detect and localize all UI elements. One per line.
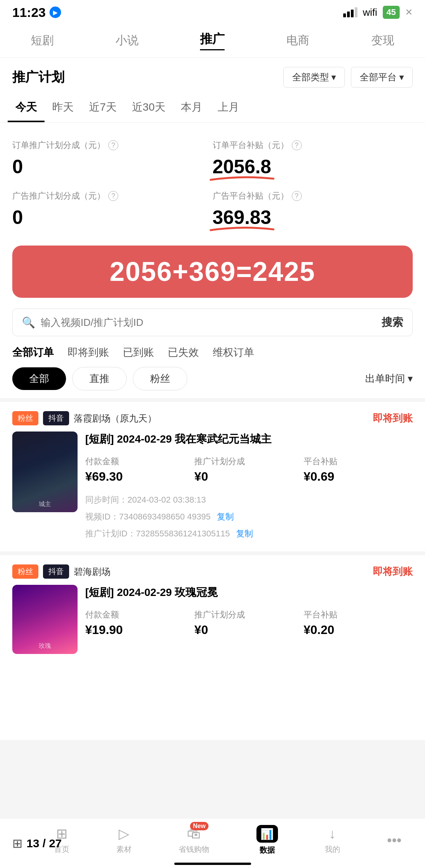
order-tab-expired[interactable]: 已失效 [168,345,199,359]
data-label: 数据 [260,845,275,855]
time-tabs-row: 今天 昨天 近7天 近30天 本月 上月 [0,94,425,123]
close-btn[interactable]: ✕ [405,7,413,18]
order-tab-incoming[interactable]: 即将到账 [68,345,109,359]
stat-order-commission: 订单推广计划分成（元） ? 0 [12,133,213,184]
shopping-label: 省钱购物 [179,844,209,855]
status-time: 11:23 [12,5,46,20]
filter-platform-btn[interactable]: 全部平台 ▾ [351,67,413,88]
calculation-banner: 2056+369=2425 [12,246,413,298]
stat-ad-subsidy: 广告平台补贴（元） ? 369.83 [213,184,413,235]
copy-video-id-1[interactable]: 复制 [217,508,234,525]
nav-item-duanju[interactable]: 短剧 [31,33,54,48]
channel-name-1: 落霞剧场（原九天） [74,412,157,425]
pay-value-2: ¥19.90 [85,623,194,637]
order-tab-received[interactable]: 已到账 [123,345,154,359]
tag-platform-2: 抖音 [43,564,69,579]
tag-platform-1: 抖音 [43,411,69,425]
ad-commission-value: 0 [12,207,23,228]
nav-btn-mine[interactable]: ↓ 我的 [325,826,340,855]
nav-btn-shopping[interactable]: 🛍 New 省钱购物 [179,826,209,855]
nav-btn-more[interactable]: ••• [387,832,402,848]
material-icon: ▷ [119,826,129,842]
sub-filter-direct[interactable]: 直推 [72,367,127,390]
signal-icon [343,7,357,17]
status-bar: 11:23 ▶ wifi 45 ✕ [0,0,425,23]
more-icon: ••• [387,832,402,848]
sub-filter-row: 全部 直推 粉丝 出单时间 ▾ [0,367,425,398]
pay-label-2: 付款金额 [85,609,194,621]
bottom-nav: ⊞ 13 / 27 ⊞ 首页 ▷ 素材 🛍 New 省钱购物 📊 数据 [0,818,425,868]
top-navigation: 短剧 小说 推广 电商 变现 [0,23,425,58]
subsidy-label-2: 平台补贴 [304,609,413,621]
order-subsidy-label: 订单平台补贴（元） [213,139,289,151]
home-indicator [174,863,251,865]
order-card-1: 粉丝 抖音 落霞剧场（原九天） 即将到账 城主 [短剧] 2024-02-29 … [0,398,425,551]
main-section: 推广计划 全部类型 ▾ 全部平台 ▾ 今天 昨天 近7天 近30天 本月 上月 … [0,58,425,740]
card-title-1: [短剧] 2024-02-29 我在寒武纪元当城主 [85,432,413,446]
material-label: 素材 [116,844,132,855]
search-bar[interactable]: 🔍 搜索 [12,309,413,336]
time-tab-today[interactable]: 今天 [8,94,45,122]
video-id-label-1: 视频ID：73408693498650 49395 [85,508,211,525]
nav-item-biànxian[interactable]: 变现 [371,33,394,48]
stat-order-subsidy: 订单平台补贴（元） ? 2056.8 [213,133,413,184]
ad-subsidy-label: 广告平台补贴（元） [213,190,289,202]
sub-filter-fans[interactable]: 粉丝 [133,367,187,390]
copy-plan-id-1[interactable]: 复制 [236,525,253,542]
stat-ad-commission: 广告推广计划分成（元） ? 0 [12,184,213,235]
time-tab-yesterday[interactable]: 昨天 [45,94,81,122]
order-card-2: 粉丝 抖音 碧海剧场 即将到账 玫瑰 [短剧] 2024-02-29 玫瑰冠冕 … [0,551,425,663]
commission-value-1: ¥0 [194,470,303,484]
commission-label-2: 推广计划分成 [194,609,303,621]
filter-type-btn[interactable]: 全部类型 ▾ [283,67,345,88]
battery-indicator: 45 [383,6,400,19]
subsidy-value-2: ¥0.20 [304,623,413,637]
header-row: 推广计划 全部类型 ▾ 全部平台 ▾ [0,58,425,94]
sort-btn[interactable]: 出单时间 ▾ [365,372,413,385]
subsidy-value-1: ¥0.69 [304,470,413,484]
commission-value-2: ¥0 [194,623,303,637]
data-icon: 📊 [260,828,274,840]
card-info-2: [短剧] 2024-02-29 玫瑰冠冕 付款金额 ¥19.90 推广计划分成 … [85,585,413,654]
time-tab-lastmonth[interactable]: 上月 [210,94,247,122]
grid-icon: ⊞ [12,836,23,851]
commission-label-1: 推广计划分成 [194,456,303,467]
nav-btn-data[interactable]: 📊 数据 [256,825,278,855]
search-icon: 🔍 [22,316,35,329]
ad-subsidy-help: ? [292,191,302,201]
card-meta-1: 同步时间：2024-03-02 03:38:13 视频ID：7340869349… [85,491,413,542]
nav-item-tuiguang[interactable]: 推广 [200,31,225,50]
order-tab-all[interactable]: 全部订单 [12,345,54,359]
search-btn[interactable]: 搜索 [382,315,403,330]
time-tab-thismonth[interactable]: 本月 [173,94,210,122]
time-tab-7days[interactable]: 近7天 [81,94,124,122]
nav-btn-material[interactable]: ▷ 素材 [116,826,132,855]
channel-name-2: 碧海剧场 [74,566,111,578]
section-title: 推广计划 [12,68,64,86]
status-badge-1: 即将到账 [373,412,413,425]
counter-text: 13 / 27 [26,837,62,850]
card-image-1: 城主 [12,432,78,512]
slide-counter: ⊞ 13 / 27 [12,836,62,851]
ad-commission-help: ? [108,191,118,201]
time-tab-30days[interactable]: 近30天 [124,94,173,122]
sub-filter-all[interactable]: 全部 [12,367,66,390]
wifi-icon: wifi [363,7,377,18]
sync-time-1: 同步时间：2024-03-02 03:38:13 [85,491,413,508]
plan-id-label-1: 推广计划ID：73285558361241305115 [85,525,230,542]
subsidy-label-1: 平台补贴 [304,456,413,467]
stats-grid: 订单推广计划分成（元） ? 0 订单平台补贴（元） ? 2056.8 广告推广计… [0,123,425,242]
order-commission-help: ? [108,140,118,150]
nav-item-dianshang[interactable]: 电商 [286,33,309,48]
tag-fans-2: 粉丝 [12,564,38,579]
tag-fans-1: 粉丝 [12,411,38,425]
order-commission-value: 0 [12,156,23,178]
search-input[interactable] [41,317,376,329]
pay-value-1: ¥69.30 [85,470,194,484]
card-info-1: [短剧] 2024-02-29 我在寒武纪元当城主 付款金额 ¥69.30 推广… [85,432,413,542]
nav-item-xiaoshuo[interactable]: 小说 [116,33,139,48]
card-title-2: [短剧] 2024-02-29 玫瑰冠冕 [85,585,413,600]
new-badge: New [190,822,209,830]
order-subsidy-help: ? [292,140,302,150]
order-tab-dispute[interactable]: 维权订单 [213,345,254,359]
